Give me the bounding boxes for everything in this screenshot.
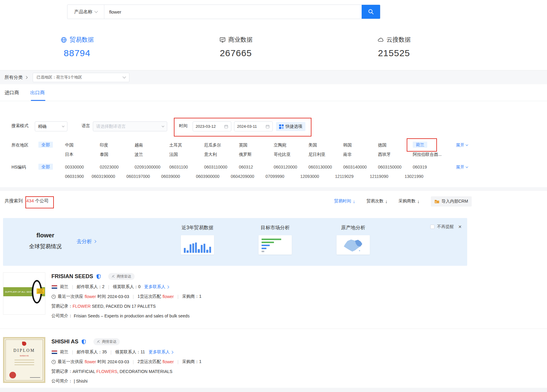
hs-code-item[interactable]: 00330000 <box>65 164 100 170</box>
region-all-pill[interactable]: 全部 <box>38 142 53 148</box>
hs-code-item[interactable]: 0603140000 <box>343 164 378 170</box>
hs-expand-button[interactable]: 展开 <box>456 165 468 170</box>
target-market-chart-card[interactable]: 目标市场分析 <box>251 225 299 255</box>
hs-code-item[interactable]: 0603110000 <box>204 164 239 170</box>
close-icon[interactable]: ✕ <box>458 224 462 229</box>
stat-cloud-search-data[interactable]: 云搜数据 215525 <box>361 36 427 58</box>
region-item[interactable]: 阿拉伯联合酋... <box>413 152 448 157</box>
business-radar-badge[interactable]: 商情雷达 <box>93 338 120 345</box>
region-item[interactable]: 日本 <box>65 152 100 157</box>
dont-remind-checkbox[interactable] <box>430 225 435 229</box>
date-to-input[interactable]: 2024-03-11 <box>234 121 273 131</box>
import-crm-button[interactable]: 导入内部CRM <box>431 196 472 207</box>
hs-code-item[interactable]: 0603900000 <box>196 174 231 179</box>
trade-record-line: 贸易记录： FLOWER SEED, PACKED ON 17 PALLETS <box>51 304 469 309</box>
hs-code-item[interactable]: 060312 <box>239 164 274 170</box>
hs-code-item[interactable]: 02023000 <box>100 164 135 170</box>
logo-text-line <box>15 360 34 360</box>
tab-exporter[interactable]: 出口商 <box>30 84 45 101</box>
search-input[interactable] <box>104 5 362 19</box>
region-item[interactable]: 法国 <box>169 152 204 157</box>
supply-date: 2024-03-03 <box>107 359 129 364</box>
region-item-all[interactable]: 全部 <box>38 142 65 148</box>
more-contacts-label: 更多联系人 <box>148 349 170 355</box>
analysis-banner: flower 全球贸易情况 去分析 近3年贸易数据 目标市场分析 原产地分析 <box>3 218 467 266</box>
region-item[interactable]: 印度 <box>100 142 135 148</box>
hs-code-item[interactable]: 02091000000 <box>135 164 169 170</box>
language-select[interactable]: 请选择翻译语言 <box>93 121 167 131</box>
hs-code-item[interactable]: 0603190000 <box>92 174 126 179</box>
region-item-netherlands[interactable]: 荷兰 <box>413 142 448 148</box>
region-expand-button[interactable]: 展开 <box>456 143 468 148</box>
hs-code-item[interactable]: 13021990 <box>405 174 439 179</box>
region-item[interactable]: 中国 <box>65 142 100 148</box>
separator: | <box>108 284 109 289</box>
region-item[interactable]: 美国 <box>308 142 343 148</box>
hs-code-item[interactable]: 06039000 <box>161 174 196 179</box>
region-item[interactable]: 德国 <box>378 142 413 148</box>
logo-tag-text: FLOWER BLEND EXPERTS <box>37 288 44 294</box>
region-item[interactable]: 南非 <box>343 152 378 157</box>
origin-analysis-chart-card[interactable]: 原产地分析 <box>329 225 377 255</box>
hs-code-item[interactable]: 07099990 <box>265 174 300 179</box>
stat-trade-data[interactable]: 贸易数据 88794 <box>44 36 110 58</box>
hs-code-item[interactable]: 0603120000 <box>274 164 308 170</box>
hs-code-item[interactable]: 12119090 <box>370 174 405 179</box>
hs-code-item[interactable]: 12093000 <box>300 174 335 179</box>
region-item[interactable]: 西班牙 <box>378 152 413 157</box>
sort-trade-time[interactable]: 贸易时间↓ <box>334 198 355 204</box>
search-button[interactable] <box>362 5 380 19</box>
region-item[interactable]: 厄瓜多尔 <box>204 142 239 148</box>
hs-code-item[interactable]: 06031100 <box>169 164 204 170</box>
business-radar-badge[interactable]: 商情雷达 <box>108 273 135 280</box>
date-from-input[interactable]: 2023-03-12 <box>193 121 231 131</box>
hs-code-item[interactable]: 0603197000 <box>126 174 161 179</box>
region-item[interactable]: 波兰 <box>135 152 169 157</box>
region-item[interactable]: 泰国 <box>100 152 135 157</box>
crm-button-label: 导入内部CRM <box>441 199 468 204</box>
region-item[interactable]: 越南 <box>135 142 169 148</box>
region-item[interactable]: 意大利 <box>204 152 239 157</box>
sort-trade-count[interactable]: 贸易次数↓ <box>366 198 388 204</box>
trade-record-highlight: FLOWER <box>73 304 91 309</box>
company-logo[interactable]: SUPPLIER OF ALL SEEDS FLOWER BLEND EXPER… <box>3 272 45 315</box>
mini-bar <box>201 245 203 253</box>
search-category-select[interactable]: 产品名称 <box>67 5 104 19</box>
hs-code-all[interactable]: 全部 <box>38 164 65 170</box>
region-item[interactable]: 立陶宛 <box>274 142 308 148</box>
netherlands-flag-icon <box>51 350 57 354</box>
more-contacts-link[interactable]: 更多联系人 <box>148 349 173 355</box>
trade-trend-chart-card[interactable]: 近3年贸易数据 <box>173 225 222 255</box>
company-name[interactable]: SHISHI AS <box>51 339 78 345</box>
hs-code-item[interactable]: 12119029 <box>335 174 370 179</box>
chevron-right-icon <box>25 76 28 79</box>
region-netherlands-pill[interactable]: 荷兰 <box>413 142 427 148</box>
hs-code-item[interactable]: 060319 <box>413 164 448 170</box>
company-name[interactable]: FRISIAN SEEDS <box>51 273 93 280</box>
search-mode-select[interactable]: 精确 <box>35 121 67 131</box>
stat-business-data[interactable]: 商业数据 267665 <box>203 36 269 58</box>
region-item[interactable]: 土耳其 <box>169 142 204 148</box>
go-analyze-link[interactable]: 去分析 <box>77 238 96 245</box>
region-item[interactable]: 尼日利亚 <box>308 152 343 157</box>
supply-time-label: 时间 <box>97 294 106 299</box>
region-item[interactable]: 俄罗斯 <box>239 152 274 157</box>
trade-record-rest: SEED, PACKED ON 17 PALLETS <box>91 304 156 309</box>
hs-code-item[interactable]: 0604209000 <box>231 174 265 179</box>
more-contacts-link[interactable]: 更多联系人 <box>144 284 169 290</box>
hs-all-pill[interactable]: 全部 <box>38 164 53 170</box>
quick-options-button[interactable]: 快捷选项 <box>276 122 305 131</box>
breadcrumb[interactable]: 所有分类 <box>5 75 27 80</box>
hs-code-item[interactable]: 06031900 <box>65 174 92 179</box>
hs-code-item[interactable]: 0603130000 <box>308 164 343 170</box>
region-item[interactable]: 英国 <box>239 142 274 148</box>
match-keyword: flower <box>162 359 174 364</box>
supply-time-label: 时间 <box>97 359 106 365</box>
selected-region-dropdown[interactable]: 已选地区：荷兰等1个地区 <box>33 73 129 82</box>
sort-buyer-count[interactable]: 采购商数↓ <box>399 198 420 204</box>
hs-code-item[interactable]: 0603150000 <box>378 164 413 170</box>
company-logo[interactable]: DIPLOM SHISHI AS <box>3 337 45 383</box>
region-item[interactable]: 韩国 <box>343 142 378 148</box>
tab-importer[interactable]: 进口商 <box>5 84 19 101</box>
region-item[interactable]: 哥伦比亚 <box>274 152 308 157</box>
